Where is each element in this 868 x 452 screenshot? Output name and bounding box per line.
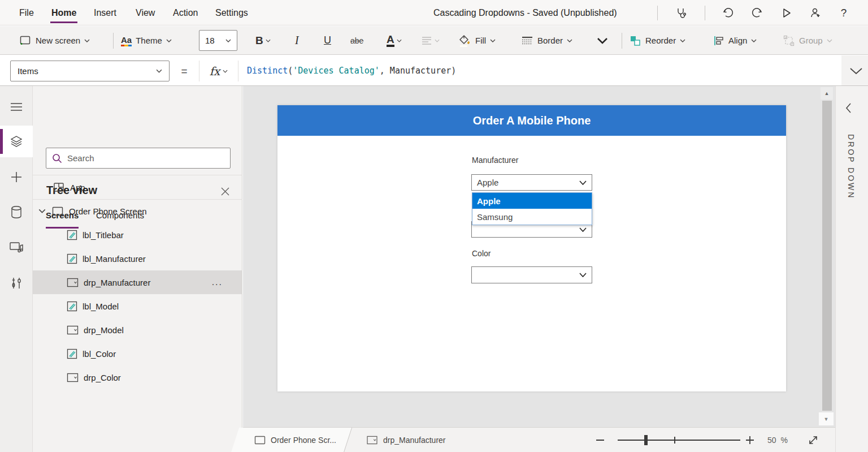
formula-token: , Manufacturer)	[380, 66, 456, 76]
chevron-down-bold-icon	[597, 37, 608, 44]
tree-view-icon[interactable]	[0, 126, 33, 157]
chevron-down-icon	[827, 39, 832, 42]
fx-button[interactable]: fx	[199, 61, 238, 81]
vertical-scrollbar[interactable]	[822, 101, 832, 411]
chevron-expanded-icon[interactable]	[38, 209, 46, 213]
tree-item-drp-model[interactable]: drp_Model	[33, 318, 242, 342]
new-screen-button[interactable]: New screen	[19, 26, 90, 55]
panel-collapsed-label[interactable]: DROP DOWN	[847, 134, 856, 199]
bold-button[interactable]: B	[255, 26, 271, 55]
formula-input[interactable]: Distinct('Devices Catalog', Manufacturer…	[247, 61, 456, 81]
reorder-button[interactable]: Reorder	[629, 26, 685, 55]
tree-item-lbl-color[interactable]: lbl_Color	[33, 342, 242, 365]
titlebar-label[interactable]: Order A Mobile Phone	[277, 105, 786, 136]
formula-expand-chevron-icon[interactable]	[848, 63, 865, 79]
align-button[interactable]: Align	[713, 26, 757, 55]
breadcrumb-screen[interactable]: Order Phone Scr...	[254, 428, 336, 452]
manufacturer-label[interactable]: Manufacturer	[472, 156, 518, 165]
hamburger-icon[interactable]	[0, 93, 33, 121]
tree-item-lbl-model[interactable]: lbl_Model	[33, 294, 242, 318]
menu-action[interactable]: Action	[173, 0, 198, 25]
chevron-down-icon	[490, 39, 496, 42]
formula-token-function: Distinct	[247, 66, 288, 76]
chevron-down-icon	[567, 39, 572, 42]
zoom-slider-tick	[674, 437, 675, 444]
more-formatting-button[interactable]	[597, 26, 608, 55]
chevron-down-icon	[579, 180, 587, 185]
new-screen-icon	[19, 35, 32, 46]
manufacturer-dropdown[interactable]: Apple	[471, 174, 592, 191]
app-title: Cascading Dropdowns - Saved (Unpublished…	[433, 0, 617, 25]
menu-file[interactable]: File	[19, 0, 34, 25]
advanced-tools-icon[interactable]	[0, 269, 33, 298]
divider	[113, 33, 114, 49]
zoom-slider-track[interactable]	[618, 440, 740, 441]
text-align-button[interactable]	[421, 26, 440, 55]
zoom-slider-thumb[interactable]	[644, 435, 648, 445]
label-control-icon	[67, 348, 77, 359]
menu-home[interactable]: Home	[51, 0, 76, 25]
menu-insert[interactable]: Insert	[94, 0, 116, 25]
chevron-down-icon	[751, 39, 757, 42]
insert-plus-icon[interactable]	[0, 163, 33, 191]
color-dropdown[interactable]	[471, 266, 592, 283]
tree-item-lbl-titlebar[interactable]: lbl_Titlebar	[33, 223, 242, 247]
scroll-up-icon[interactable]: ▲	[821, 87, 833, 100]
expand-panel-icon[interactable]	[845, 103, 852, 113]
dropdown-control-icon	[67, 373, 79, 382]
preview-icon[interactable]	[778, 5, 795, 21]
menu-settings[interactable]: Settings	[215, 0, 248, 25]
chevron-down-icon	[166, 39, 172, 42]
theme-button[interactable]: Aa Theme	[121, 26, 172, 55]
group-button[interactable]: Group	[783, 26, 832, 55]
menu-view[interactable]: View	[136, 0, 155, 25]
search-input[interactable]	[67, 153, 214, 163]
flyout-option-samsung[interactable]: Samsung	[472, 209, 592, 225]
tree-item-screen[interactable]: Order Phone Screen	[33, 199, 242, 223]
flyout-option-apple[interactable]: Apple	[472, 193, 592, 209]
font-color-button[interactable]: A	[387, 26, 402, 55]
underline-button[interactable]: U	[324, 26, 331, 55]
border-button[interactable]: Border	[521, 26, 572, 55]
chevron-down-icon	[84, 39, 90, 42]
chevron-down-icon	[225, 39, 231, 42]
dropdown-control-icon	[67, 278, 79, 287]
font-size-select[interactable]: 18	[199, 30, 237, 51]
scroll-down-icon[interactable]: ▼	[818, 412, 834, 426]
tree-item-drp-manufacturer[interactable]: drp_Manufacturer ...	[33, 270, 242, 294]
theme-aa-icon: Aa	[121, 35, 132, 46]
share-icon[interactable]	[807, 5, 824, 21]
media-icon[interactable]	[0, 233, 33, 261]
formula-bar: Items = fx Distinct('Devices Catalog', M…	[0, 55, 868, 86]
redo-icon[interactable]	[749, 5, 766, 21]
undo-icon[interactable]	[719, 5, 736, 21]
italic-button[interactable]: I	[295, 26, 299, 55]
data-sources-icon[interactable]	[0, 198, 33, 226]
app-checker-icon[interactable]	[672, 5, 689, 21]
text-align-icon	[421, 36, 432, 45]
fill-button[interactable]: Fill	[458, 26, 496, 55]
tree-item-drp-color[interactable]: drp_Color	[33, 365, 242, 389]
artboard[interactable]: Order A Mobile Phone Manufacturer Apple …	[277, 105, 786, 391]
zoom-out-button[interactable]	[596, 428, 604, 452]
more-options-icon[interactable]: ...	[212, 277, 223, 287]
property-select[interactable]: Items	[10, 61, 170, 81]
fit-to-window-icon[interactable]	[808, 428, 818, 452]
tree-item-lbl-manufacturer[interactable]: lbl_Manufacturer	[33, 247, 242, 270]
divider	[622, 33, 622, 49]
toolbar: New screen Aa Theme 18 B I U abe A	[0, 26, 868, 55]
tree-item-app[interactable]: App	[33, 175, 242, 199]
equals-sign: =	[179, 61, 190, 81]
group-icon	[783, 35, 795, 47]
color-label[interactable]: Color	[472, 249, 491, 258]
help-icon[interactable]: ?	[835, 5, 852, 21]
strikethrough-button[interactable]: abe	[350, 26, 363, 55]
chevron-down-icon	[579, 227, 587, 232]
dropdown-control-icon	[67, 325, 79, 335]
chevron-down-icon	[435, 39, 440, 42]
zoom-in-button[interactable]	[746, 428, 754, 452]
chevron-down-icon	[680, 39, 685, 42]
tree-view-panel: Tree view Screens Components App	[33, 86, 242, 452]
divider	[705, 6, 705, 20]
breadcrumb-control[interactable]: drp_Manufacturer	[366, 428, 446, 452]
